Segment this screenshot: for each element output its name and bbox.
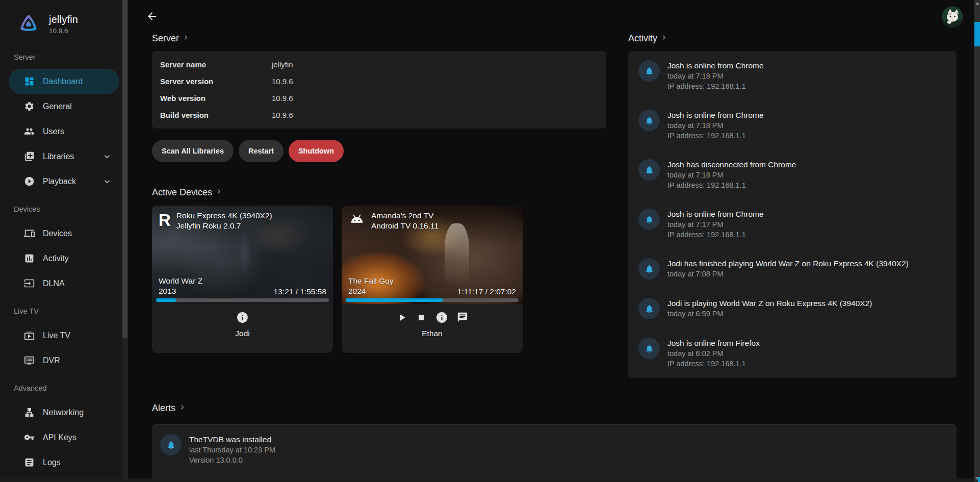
activity-ip: IP address: 192.168.1.1 — [667, 81, 764, 91]
gear-icon — [24, 101, 35, 112]
active-devices-heading[interactable]: Active Devices — [152, 187, 606, 198]
horizontal-scrollbar[interactable] — [0, 478, 974, 482]
play-button[interactable] — [397, 312, 407, 323]
info-button[interactable] — [236, 311, 249, 324]
bell-icon — [638, 110, 660, 131]
chevron-right-icon — [182, 33, 190, 44]
vertical-scrollbar-thumb[interactable] — [974, 22, 980, 46]
chevron-down-icon[interactable] — [102, 176, 112, 187]
now-playing-backdrop: Amanda's 2nd TV Android TV 0.16.11 The F… — [342, 206, 523, 304]
activity-card: Josh is online from Chrome today at 7:18… — [628, 51, 957, 378]
bell-icon — [638, 258, 660, 280]
server-version-value: 10.9.6 — [272, 77, 598, 86]
activity-chart-icon — [24, 253, 35, 264]
activity-title: Josh has disconnected from Chrome — [667, 159, 796, 170]
chevron-down-icon[interactable] — [102, 151, 112, 162]
sidebar-section-devices: Devices — [14, 205, 128, 213]
activity-time: today at 7:08 PM — [667, 269, 909, 279]
client-app-version: Jellyfin Roku 2.0.7 — [176, 221, 272, 231]
alerts-card: TheTVDB was installed last Thursday at 1… — [152, 424, 957, 482]
logs-icon — [24, 457, 35, 468]
message-button[interactable] — [457, 312, 468, 323]
device-name: Amanda's 2nd TV — [371, 211, 439, 221]
sidebar-item-label: Dashboard — [43, 77, 83, 86]
server-name-label: Server name — [160, 60, 272, 69]
media-year: 2024 — [348, 286, 394, 296]
activity-title: Jodi has finished playing World War Z on… — [667, 258, 909, 269]
playback-controls — [152, 304, 333, 324]
media-title: World War Z — [159, 276, 202, 286]
sidebar-item-label: Live TV — [43, 331, 70, 340]
scroll-up-icon[interactable] — [974, 1, 980, 6]
sidebar-item-label: Networking — [43, 408, 84, 417]
sidebar-item-dvr[interactable]: DVR — [9, 348, 119, 373]
sidebar-item-label: Playback — [43, 177, 76, 186]
activity-time: today at 7:18 PM — [667, 170, 796, 180]
sidebar-item-libraries[interactable]: Libraries — [9, 144, 119, 169]
vertical-scrollbar[interactable] — [974, 0, 980, 482]
sidebar-item-users[interactable]: Users — [9, 119, 119, 144]
bell-icon — [638, 209, 660, 230]
sidebar-item-activity[interactable]: Activity — [9, 246, 119, 271]
devices-icon — [24, 228, 35, 239]
sidebar-scrollbar-thumb[interactable] — [122, 0, 127, 338]
playback-progress-fill — [156, 298, 176, 302]
stop-button[interactable] — [416, 312, 427, 323]
live-tv-icon — [24, 330, 35, 341]
activity-title: Josh is online from Chrome — [667, 60, 764, 71]
roku-logo-icon: R — [159, 212, 171, 229]
build-version-label: Build version — [160, 110, 272, 120]
sidebar-item-api-keys[interactable]: API Keys — [9, 425, 119, 450]
activity-time: today at 7:18 PM — [667, 120, 764, 131]
activity-title: Josh is online from Chrome — [667, 110, 764, 120]
activity-entry: Josh is online from Firefox today at 6:0… — [638, 328, 946, 378]
sidebar-item-networking[interactable]: Networking — [9, 400, 119, 425]
info-button[interactable] — [435, 311, 448, 324]
restart-button[interactable]: Restart — [239, 140, 283, 162]
bell-icon — [638, 338, 660, 359]
activity-entry: Jodi is playing World War Z on Roku Expr… — [638, 289, 946, 328]
sidebar-item-live-tv[interactable]: Live TV — [9, 323, 119, 348]
server-section-heading[interactable]: Server — [152, 33, 606, 44]
activity-time: today at 6:59 PM — [667, 309, 872, 319]
sidebar-section-livetv: Live TV — [14, 307, 128, 315]
activity-ip: IP address: 192.168.1.1 — [667, 230, 764, 240]
server-heading-label: Server — [152, 33, 179, 44]
shutdown-button[interactable]: Shutdown — [289, 140, 344, 162]
user-avatar[interactable] — [942, 6, 963, 28]
users-icon — [24, 126, 35, 137]
sidebar-section-server: Server — [14, 53, 128, 61]
activity-entry: Josh has disconnected from Chrome today … — [638, 150, 946, 199]
play-circle-icon — [24, 176, 35, 187]
bell-icon — [160, 434, 182, 455]
device-card-android-tv[interactable]: Amanda's 2nd TV Android TV 0.16.11 The F… — [342, 206, 523, 353]
sidebar-item-label: DVR — [43, 356, 60, 365]
activity-ip: IP address: 192.168.1.1 — [667, 131, 764, 141]
sidebar-item-label: Devices — [43, 229, 72, 238]
sidebar-item-playback[interactable]: Playback — [9, 169, 119, 194]
sidebar-scrollbar[interactable] — [122, 0, 128, 482]
sidebar-item-devices[interactable]: Devices — [9, 221, 119, 246]
jellyfin-dashboard: jellyfin 10.9.6 Server Dashboard General… — [0, 0, 980, 482]
library-add-icon — [24, 151, 35, 162]
chevron-right-icon — [215, 187, 223, 198]
alerts-heading[interactable]: Alerts — [152, 402, 957, 414]
activity-entry: Josh is online from Chrome today at 7:17… — [638, 199, 946, 249]
device-card-roku[interactable]: R Roku Express 4K (3940X2) Jellyfin Roku… — [152, 206, 333, 353]
chevron-right-icon — [660, 33, 668, 44]
server-info-row: Build version 10.9.6 — [160, 107, 598, 123]
sidebar-section-advanced: Advanced — [14, 384, 128, 392]
scan-all-libraries-button[interactable]: Scan All Libraries — [152, 140, 234, 162]
sidebar-item-general[interactable]: General — [9, 94, 119, 119]
activity-title: Jodi is playing World War Z on Roku Expr… — [667, 298, 872, 309]
server-version-label: Server version — [160, 77, 272, 86]
activity-ip: IP address: 192.168.1.1 — [667, 180, 796, 190]
activity-time: today at 6:02 PM — [667, 348, 760, 359]
activity-heading[interactable]: Activity — [628, 33, 957, 44]
session-user: Jodi — [152, 329, 333, 338]
sidebar-item-dashboard[interactable]: Dashboard — [9, 69, 119, 94]
back-button[interactable] — [146, 10, 161, 23]
sidebar-item-logs[interactable]: Logs — [9, 450, 119, 475]
activity-ip: IP address: 192.168.1.1 — [667, 359, 760, 369]
sidebar-item-dlna[interactable]: DLNA — [9, 271, 119, 296]
